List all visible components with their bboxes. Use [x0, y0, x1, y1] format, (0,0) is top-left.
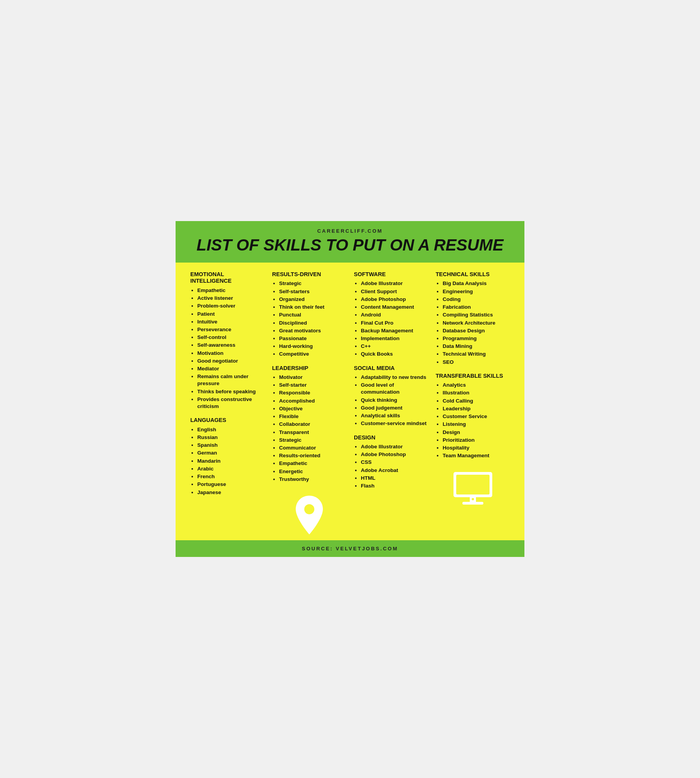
list-item: Self-starters — [279, 288, 346, 295]
list-item: Programming — [443, 335, 510, 342]
list-item: Strategic — [279, 280, 346, 287]
list-item: Intuitive — [197, 318, 264, 325]
section-title-transferable: TRANSFERABLE SKILLS — [436, 373, 510, 379]
list-item: Motivation — [197, 350, 264, 357]
section-technical-skills: TECHNICAL SKILLS Big Data Analysis Engin… — [436, 271, 510, 366]
section-title-social: SOCIAL MEDIA — [354, 365, 428, 372]
list-item: Objective — [279, 405, 346, 412]
list-item: Transparent — [279, 429, 346, 436]
list-item: Backup Management — [361, 327, 428, 334]
list-item: Problem-solver — [197, 303, 264, 309]
header: CAREERCLIFF.COM LIST OF SKILLS TO PUT ON… — [176, 221, 524, 263]
list-item: Good judgement — [361, 405, 428, 411]
section-transferable-skills: TRANSFERABLE SKILLS Analytics Illustrati… — [436, 373, 510, 460]
list-item: Communicator — [279, 444, 346, 451]
page-title: LIST OF SKILLS TO PUT ON A RESUME — [183, 236, 517, 254]
list-item: Network Architecture — [443, 320, 510, 327]
list-item: Mediator — [197, 365, 264, 372]
section-languages: LANGUAGES English Russian Spanish German… — [190, 417, 264, 496]
list-item: Coding — [443, 296, 510, 303]
list-item: Adobe Acrobat — [361, 467, 428, 474]
list-item: SEO — [443, 359, 510, 366]
list-item: Flexible — [279, 413, 346, 420]
list-item: Competitive — [279, 351, 346, 358]
section-title-emotional: EMOTIONALINTELLIGENCE — [190, 271, 264, 285]
list-item: Content Management — [361, 304, 428, 311]
list-item: Analytical skills — [361, 412, 428, 419]
list-item: Empathetic — [197, 287, 264, 294]
list-item: Perseverance — [197, 326, 264, 333]
list-item: Empathetic — [279, 460, 346, 467]
list-item: Trustworthy — [279, 476, 346, 483]
list-item: Adobe Photoshop — [361, 296, 428, 303]
section-software: SOFTWARE Adobe Illustrator Client Suppor… — [354, 271, 428, 358]
list-item: Hard-working — [279, 343, 346, 350]
list-item: Provides constructive criticism — [197, 396, 264, 410]
list-item: Punctual — [279, 311, 346, 318]
list-item: Spanish — [197, 442, 264, 449]
list-item: Adaptability to new trends — [361, 374, 428, 381]
section-title-leadership: LEADERSHIP — [272, 365, 346, 372]
list-item: Energetic — [279, 468, 346, 475]
list-item: Analytics — [443, 382, 510, 389]
list-item: Engineering — [443, 288, 510, 295]
list-item: Compiling Statistics — [443, 311, 510, 318]
list-item: Adobe Illustrator — [361, 443, 428, 450]
list-item: Great motivators — [279, 327, 346, 334]
list-item: Remains calm under pressure — [197, 373, 264, 387]
column-2: RESULTS-DRIVEN Strategic Self-starters O… — [268, 271, 350, 536]
monitor-icon-area — [436, 466, 510, 505]
content-grid: EMOTIONALINTELLIGENCE Empathetic Active … — [176, 263, 524, 540]
list-item: Technical Writing — [443, 351, 510, 358]
list-item: Passionate — [279, 335, 346, 342]
list-item: German — [197, 450, 264, 456]
section-leadership: LEADERSHIP Motivator Self-starter Respon… — [272, 365, 346, 483]
list-item: Illustration — [443, 389, 510, 396]
list-item: Active listener — [197, 295, 264, 302]
site-name: CAREERCLIFF.COM — [183, 228, 517, 234]
list-item: Listening — [443, 421, 510, 428]
list-item: Big Data Analysis — [443, 280, 510, 287]
list-item: Japanese — [197, 489, 264, 496]
list-item: Strategic — [279, 437, 346, 444]
card: CAREERCLIFF.COM LIST OF SKILLS TO PUT ON… — [176, 221, 524, 557]
column-1: EMOTIONALINTELLIGENCE Empathetic Active … — [186, 271, 268, 536]
list-item: Collaborator — [279, 421, 346, 428]
location-pin-icon — [292, 494, 327, 536]
list-item: Quick Books — [361, 351, 428, 358]
list-item: Cold Calling — [443, 398, 510, 405]
footer: SOURCE: VELVETJOBS.COM — [176, 540, 524, 557]
source-label: SOURCE: VELVETJOBS.COM — [302, 546, 398, 552]
svg-rect-2 — [456, 475, 490, 494]
list-item: Patient — [197, 311, 264, 318]
list-item: Portuguese — [197, 481, 264, 488]
list-item: Customer-service mindset — [361, 420, 428, 427]
list-item: Self-starter — [279, 382, 346, 389]
list-item: French — [197, 473, 264, 480]
section-title-software: SOFTWARE — [354, 271, 428, 278]
list-item: Self-awareness — [197, 342, 264, 349]
list-item: Think on their feet — [279, 304, 346, 311]
list-item: Mandarin — [197, 458, 264, 465]
list-item: English — [197, 426, 264, 433]
monitor-icon — [452, 470, 494, 505]
svg-point-0 — [304, 504, 314, 514]
list-item: Accomplished — [279, 398, 346, 405]
list-item: Fabrication — [443, 304, 510, 311]
list-item: Data Mining — [443, 343, 510, 350]
list-item: Responsible — [279, 389, 346, 396]
column-4: TECHNICAL SKILLS Big Data Analysis Engin… — [432, 271, 514, 536]
section-design: DESIGN Adobe Illustrator Adobe Photoshop… — [354, 434, 428, 490]
list-item: C++ — [361, 343, 428, 350]
list-item: Results-oriented — [279, 452, 346, 459]
list-item: Design — [443, 429, 510, 436]
column-3: SOFTWARE Adobe Illustrator Client Suppor… — [350, 271, 432, 536]
section-results-driven: RESULTS-DRIVEN Strategic Self-starters O… — [272, 271, 346, 358]
list-item: Client Support — [361, 288, 428, 295]
section-social-media: SOCIAL MEDIA Adaptability to new trends … — [354, 365, 428, 427]
list-item: Database Design — [443, 327, 510, 334]
list-item: Implementation — [361, 335, 428, 342]
list-item: Organized — [279, 296, 346, 303]
list-item: Customer Service — [443, 413, 510, 420]
list-item: Leadership — [443, 405, 510, 412]
